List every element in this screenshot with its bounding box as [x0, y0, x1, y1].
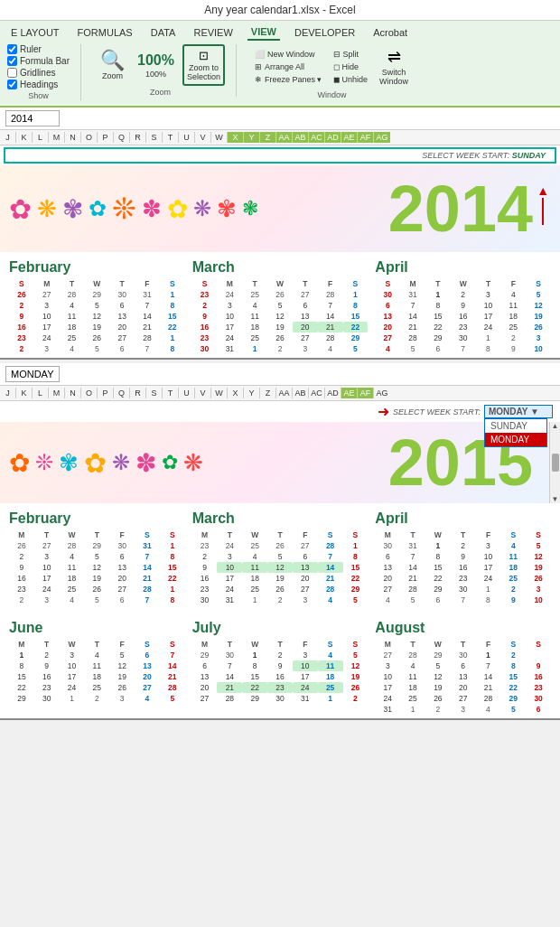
feb-h-thu: T [109, 278, 135, 289]
unhide-button[interactable]: ◼ Unhide [330, 74, 372, 85]
feb-w2: 2345678 [9, 300, 185, 311]
zoom100-button[interactable]: 100% 100% [133, 50, 179, 81]
dropdown-selected[interactable]: MONDAY ▼ [484, 405, 553, 418]
hide-button[interactable]: ◻ Hide [330, 61, 372, 72]
calendar-apr-2015: April MTWTFSS 303112345 6789101112 13141… [371, 510, 555, 605]
show-items: Ruler Formula Bar Gridlines Headings [7, 44, 70, 89]
col-Y: Y [244, 132, 260, 143]
flower2-7: ✿ [162, 451, 178, 474]
arrow-right-icon: ➜ [378, 403, 389, 420]
flower-1: ✿ [9, 193, 32, 225]
col-AB: AB [293, 132, 309, 143]
ribbon-group-show: Ruler Formula Bar Gridlines Headings Sho… [7, 44, 81, 100]
up-arrow-icon: ▲ [537, 183, 549, 198]
new-window-button[interactable]: ⬜ New Window [251, 49, 326, 60]
hide-icon: ◻ [333, 62, 340, 71]
flower-6: ✽ [142, 195, 162, 223]
section-1: J K L M N O P Q R S T U V W X Y Z AA AB … [0, 130, 560, 360]
col-header-2: J K L M N O P Q R S T U V W X Y Z AA AB … [0, 386, 560, 401]
zoom-label: Zoom [102, 71, 123, 80]
headings-checkbox[interactable]: Headings [7, 80, 70, 89]
zoom-selection-label: Zoom toSelection [187, 63, 220, 81]
col-J: J [0, 132, 16, 143]
title-text: Any year calendar1.xlsx - Excel [204, 4, 355, 16]
window-side-buttons-left: ⬜ New Window ⊞ Arrange All ❄ Freeze Pane… [251, 49, 326, 85]
zoom100-icon: 100% [137, 52, 174, 69]
col-P: P [98, 132, 114, 143]
mar-title: March [192, 259, 369, 276]
freeze-panes-button[interactable]: ❄ Freeze Panes ▾ [251, 74, 326, 85]
dropdown-options-list: SUNDAY MONDAY [484, 418, 547, 447]
show-group-label: Show [28, 91, 49, 100]
option-monday[interactable]: MONDAY [485, 433, 546, 446]
zoom-button[interactable]: 🔍 Zoom [96, 48, 129, 83]
arrange-all-button[interactable]: ⊞ Arrange All [251, 61, 326, 72]
calendar-mar-2015: March MTWTFSS 2324252627281 2345678 9101… [189, 510, 372, 605]
feb-h-fri: F [135, 278, 160, 289]
new-window-icon: ⬜ [255, 50, 265, 59]
tab-view[interactable]: VIEW [247, 24, 280, 41]
week-start-dropdown[interactable]: MONDAY ▼ SUNDAY MONDAY [484, 405, 553, 418]
tab-review[interactable]: REVIEW [190, 25, 236, 40]
name-box-2[interactable] [5, 366, 60, 382]
mar-w5: 23242526272829 [192, 332, 369, 343]
feb2015-title: February [9, 510, 185, 527]
col-L: L [33, 132, 49, 143]
apr2015-header: MTWTFSS [375, 529, 551, 540]
zoom100-label: 100% [145, 70, 166, 79]
select-week-label: SELECT WEEK START: [393, 407, 481, 417]
feb2015-header: MTWTFSS [9, 529, 185, 540]
tab-acrobat[interactable]: Acrobat [369, 25, 411, 40]
flower-9: ✾ [217, 195, 237, 223]
flower-8: ❋ [193, 196, 211, 221]
formula-bar-2 [0, 363, 560, 386]
calendars-row-2: February MTWTFSS 2627282930311 2345678 9… [0, 503, 560, 609]
feb-h-sat: S [160, 278, 185, 289]
apr-header: SMTWTFS [375, 278, 551, 289]
option-sunday[interactable]: SUNDAY [485, 419, 546, 433]
apr-w5: 27282930123 [375, 332, 551, 343]
gridlines-checkbox[interactable]: Gridlines [7, 68, 70, 78]
scroll-thumb-2015 [552, 454, 559, 472]
ruler-checkbox[interactable]: Ruler [7, 44, 70, 54]
split-button[interactable]: ⊟ Split [330, 49, 372, 60]
tab-data[interactable]: DATA [147, 25, 180, 40]
window-side-buttons-right: ⊟ Split ◻ Hide ◼ Unhide [330, 49, 372, 85]
calendar-feb-2015: February MTWTFSS 2627282930311 2345678 9… [5, 510, 189, 605]
col-Z: Z [260, 132, 276, 143]
calendar-jun-2015: June MTWTFSS 1234567 891011121314 151617… [5, 620, 189, 715]
arrow-line [542, 198, 544, 225]
jun2015-header: MTWTFSS [9, 639, 185, 650]
flower-3: ✾ [62, 194, 83, 224]
jul2015-header: MTWTFSS [192, 639, 369, 650]
banner-2015: ✿ ❊ ✾ ✿ ❋ ✽ ✿ ❋ 2015 ▲ ▼ [0, 422, 560, 503]
tab-developer[interactable]: DEVELOPER [291, 25, 359, 40]
zoom-items: 🔍 Zoom 100% 100% ⊡ Zoom toSelection [96, 44, 225, 86]
mar-w4: 16171819202122 [192, 322, 369, 332]
flower2-2: ❊ [35, 450, 53, 475]
col-AA: AA [276, 132, 293, 143]
feb-h-sun: S [9, 278, 34, 289]
scroll-up-2015[interactable]: ▲ [552, 422, 559, 430]
flower2-8: ❋ [183, 449, 203, 477]
formulabar-checkbox[interactable]: Formula Bar [7, 56, 70, 66]
tab-elayout[interactable]: E LAYOUT [7, 25, 63, 40]
col-V: V [195, 132, 211, 143]
jul2015-title: July [192, 620, 369, 636]
ribbon-group-window: ⬜ New Window ⊞ Arrange All ❄ Freeze Pane… [251, 44, 424, 99]
flower-7: ✿ [167, 194, 188, 224]
col-T: T [163, 132, 179, 143]
switch-window-button[interactable]: ⇌ SwitchWindow [375, 44, 413, 89]
show-checkboxes: Ruler Formula Bar Gridlines Headings [7, 44, 70, 89]
title-bar: Any year calendar1.xlsx - Excel [0, 0, 560, 21]
scrollbar-2015: ▲ ▼ [549, 422, 560, 503]
flower-5: ❊ [112, 192, 136, 226]
tab-formulas[interactable]: FORMULAS [74, 25, 136, 40]
scroll-down-2015[interactable]: ▼ [552, 495, 559, 503]
zoom-selection-button[interactable]: ⊡ Zoom toSelection [182, 44, 225, 86]
calendars-row-3: June MTWTFSS 1234567 891011121314 151617… [0, 609, 560, 718]
window-group-label: Window [318, 90, 347, 99]
zoom-selection-icon: ⊡ [199, 49, 209, 62]
name-box[interactable] [5, 110, 60, 126]
unhide-icon: ◼ [333, 75, 340, 84]
